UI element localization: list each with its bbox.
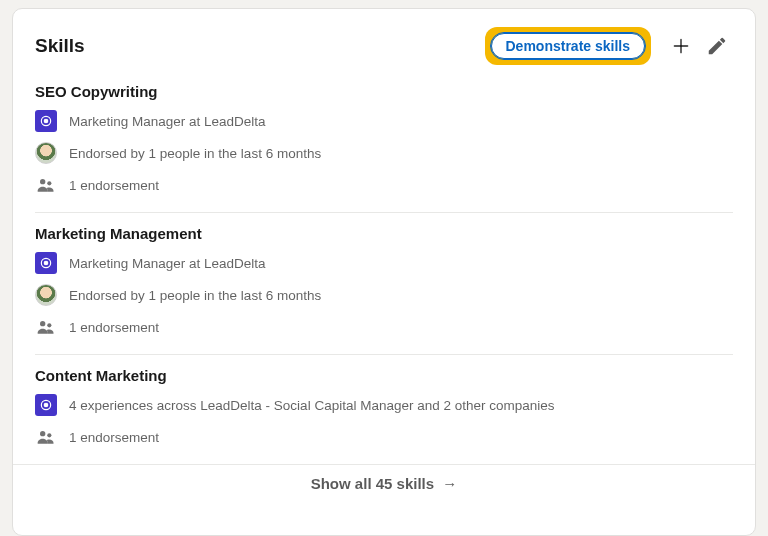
skill-detail-row: Marketing Manager at LeadDelta <box>35 110 733 132</box>
skills-card: Skills Demonstrate skills SEO Copywritin… <box>12 8 756 536</box>
people-icon <box>35 174 57 196</box>
demonstrate-highlight: Demonstrate skills <box>485 27 652 65</box>
svg-point-13 <box>47 433 51 437</box>
skill-detail-row: 1 endorsement <box>35 316 733 338</box>
skills-card-header: Skills Demonstrate skills <box>13 9 755 71</box>
company-logo-icon <box>35 394 57 416</box>
svg-point-4 <box>40 179 45 184</box>
endorser-avatar <box>35 284 57 306</box>
svg-point-8 <box>40 321 45 326</box>
show-all-label: Show all 45 skills <box>311 475 434 492</box>
skill-name[interactable]: Content Marketing <box>35 367 733 384</box>
skill-detail-text: Endorsed by 1 people in the last 6 month… <box>69 288 321 303</box>
arrow-right-icon: → <box>442 475 457 492</box>
skill-detail-text: Endorsed by 1 people in the last 6 month… <box>69 146 321 161</box>
people-icon <box>35 316 57 338</box>
skill-detail-text: 1 endorsement <box>69 430 159 445</box>
skill-item: SEO CopywritingMarketing Manager at Lead… <box>35 71 733 212</box>
skill-item: Marketing ManagementMarketing Manager at… <box>35 212 733 354</box>
skill-detail-row: 4 experiences across LeadDelta - Social … <box>35 394 733 416</box>
skill-detail-text: 4 experiences across LeadDelta - Social … <box>69 398 555 413</box>
skills-list: SEO CopywritingMarketing Manager at Lead… <box>13 71 755 464</box>
skill-detail-row: 1 endorsement <box>35 426 733 448</box>
skill-detail-row: Endorsed by 1 people in the last 6 month… <box>35 284 733 306</box>
people-icon <box>35 426 57 448</box>
skill-name[interactable]: Marketing Management <box>35 225 733 242</box>
skill-detail-row: 1 endorsement <box>35 174 733 196</box>
skill-detail-row: Marketing Manager at LeadDelta <box>35 252 733 274</box>
skill-detail-text: Marketing Manager at LeadDelta <box>69 114 266 129</box>
company-logo-icon <box>35 252 57 274</box>
svg-point-7 <box>44 261 48 265</box>
demonstrate-skills-button[interactable]: Demonstrate skills <box>491 33 646 59</box>
svg-point-5 <box>47 181 51 185</box>
skill-detail-text: 1 endorsement <box>69 320 159 335</box>
company-logo-icon <box>35 110 57 132</box>
plus-icon <box>670 35 692 57</box>
endorser-avatar <box>35 142 57 164</box>
svg-point-11 <box>44 403 48 407</box>
svg-point-3 <box>44 119 48 123</box>
skill-detail-row: Endorsed by 1 people in the last 6 month… <box>35 142 733 164</box>
pencil-icon <box>706 35 728 57</box>
skill-detail-text: 1 endorsement <box>69 178 159 193</box>
section-title: Skills <box>35 35 485 57</box>
svg-point-9 <box>47 323 51 327</box>
add-skill-button[interactable] <box>665 30 697 62</box>
skill-detail-text: Marketing Manager at LeadDelta <box>69 256 266 271</box>
svg-point-12 <box>40 431 45 436</box>
edit-skills-button[interactable] <box>701 30 733 62</box>
skill-item: Content Marketing4 experiences across Le… <box>35 354 733 464</box>
skill-name[interactable]: SEO Copywriting <box>35 83 733 100</box>
show-all-skills-link[interactable]: Show all 45 skills → <box>13 464 755 498</box>
